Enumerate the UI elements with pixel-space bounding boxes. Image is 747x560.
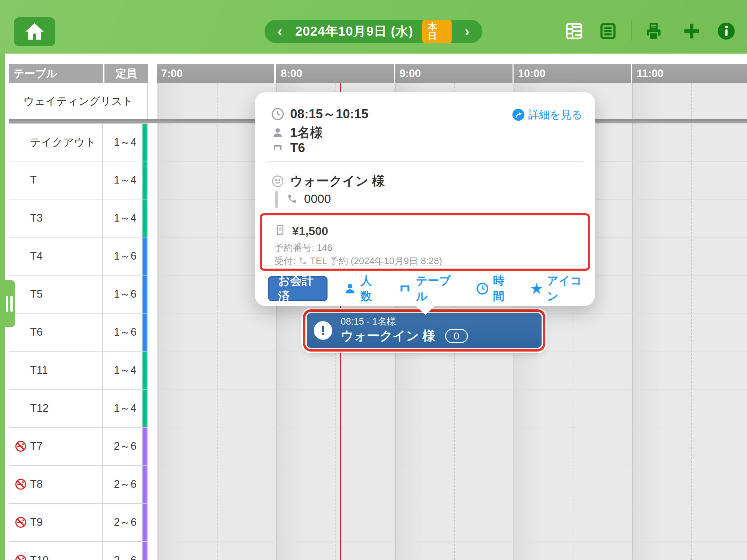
list-view-button[interactable] [598,22,618,41]
row-gridline [157,542,747,542]
table-row[interactable]: T6 1～6 [9,314,148,352]
reservation-number: 146 [317,243,332,253]
row-gridline [157,466,747,466]
reservation-block[interactable]: ! 08:15 - 1名様 ウォークイン 様 0 [305,312,543,349]
info-icon [717,21,736,42]
home-button[interactable] [14,17,55,46]
table-name-cell: T11 [9,352,103,389]
drawer-handle[interactable] [0,280,15,327]
plus-icon [681,21,702,43]
table-capacity: 1～6 [103,314,147,351]
table-group-color-strip [142,466,147,503]
table-row[interactable]: T10 2～6 [9,542,148,560]
table-row[interactable]: T8 2～6 [9,466,148,504]
edit-icon-button[interactable]: ★ アイコン [530,273,583,304]
table-group-color-strip [142,504,147,541]
reservation-count-badge: 0 [445,329,468,343]
table-icon [271,142,285,154]
half-hour-gridline [691,83,693,560]
table-row[interactable]: T4 1～6 [9,237,148,276]
table-group-color-strip [142,314,147,351]
redbox-inner-divider [265,265,585,266]
view-details-link[interactable]: 詳細を見る [512,108,582,122]
star-icon: ★ [530,281,543,296]
table-name-cell: T12 [9,390,103,427]
table-name: T [30,174,37,186]
table-name-cell: T3 [9,199,103,237]
reservation-popover: 08:15～10:15 詳細を見る 1名様 [255,92,595,306]
current-date-label: 2024年10月9日 (水) [295,23,413,40]
table-capacity: 2～6 [103,504,147,541]
timetable-view-button[interactable] [564,22,584,41]
row-gridline [157,504,747,504]
no-smoking-icon [15,478,27,490]
table-name: T4 [30,250,43,262]
hour-gridline [632,83,633,560]
reservation-block-guest: ウォークイン 様 [341,327,435,345]
next-day-button[interactable]: › [452,20,482,43]
person-icon [271,127,285,139]
phone-icon-small [298,256,307,265]
paid-button[interactable]: お会計済 [268,276,328,301]
popover-guest-name: ウォークイン 様 [290,172,385,190]
table-group-color-strip [142,428,147,465]
reservation-number-row: 予約番号: 146 [274,242,332,254]
table-row[interactable]: T5 1～6 [9,276,148,314]
prev-day-button[interactable]: ‹ [265,20,295,43]
hour-header-10:00: 10:00 [514,64,631,83]
edit-time-button[interactable]: 時間 [476,273,509,304]
table-group-color-strip [142,390,147,427]
reservation-block-time: 08:15 - 1名様 [341,316,468,327]
header-divider [631,21,632,41]
table-rows-container: テイクアウト 1～4 T 1～4 [9,123,148,560]
list-icon [598,21,618,42]
table-capacity: 1～4 [103,124,147,161]
table-row[interactable]: T 1～4 [9,161,148,199]
hour-header-9:00: 9:00 [395,64,513,83]
print-button[interactable] [644,22,663,41]
table-row[interactable]: T7 2～6 [9,428,148,466]
popover-phone: 0000 [304,192,331,206]
info-button[interactable] [717,22,736,41]
timeline-hour-header: 7:008:009:0010:0011:00 [157,64,747,83]
table-name-cell: T6 [9,314,103,351]
hour-gridline [158,83,158,560]
waiting-list-row[interactable]: ウェイティングリスト [9,83,148,119]
popover-price: ¥1,500 [292,224,328,238]
table-row[interactable]: T12 1～4 [9,390,148,428]
table-name-cell: T4 [9,237,103,275]
phone-icon [285,194,299,204]
table-group-color-strip [142,276,147,313]
table-row[interactable]: T3 1～4 [9,199,148,237]
table-name: テイクアウト [30,135,96,150]
table-capacity: 2～6 [103,542,147,560]
table-row[interactable]: T11 1～4 [9,352,148,390]
edit-party-button[interactable]: 人数 [343,273,377,304]
no-smoking-icon [15,516,27,528]
popover-time-range: 08:15～10:15 [290,105,368,123]
table-name-cell: T7 [9,428,103,465]
handle-bar [10,296,13,312]
table-name-cell: T [9,161,103,199]
table-row[interactable]: T9 2～6 [9,504,148,542]
table-name-cell: T9 [9,504,103,541]
column-header-table: テーブル [9,64,103,83]
table-capacity: 1～6 [103,237,147,275]
table-capacity: 1～4 [103,161,147,199]
edit-table-button[interactable]: テーブル [398,273,452,304]
hour-header-7:00: 7:00 [157,64,274,83]
hour-header-8:00: 8:00 [276,64,394,83]
add-reservation-button[interactable] [682,22,701,41]
table-name-cell: T8 [9,466,103,503]
app-canvas: ‹ 2024年10月9日 (水) 本日 › [0,0,747,560]
table-capacity: 1～4 [103,199,147,237]
table-row[interactable]: テイクアウト 1～4 [9,123,148,161]
table-sidebar: テーブル 定員 ウェイティングリスト テイクアウト 1～4 [9,64,148,560]
column-header-capacity: 定員 [104,64,148,83]
smiley-icon [271,175,285,188]
table-name: T8 [30,478,43,491]
table-group-color-strip [142,124,147,161]
row-gridline [157,390,747,390]
person-icon [343,282,357,295]
app-header: ‹ 2024年10月9日 (水) 本日 › [0,0,747,54]
